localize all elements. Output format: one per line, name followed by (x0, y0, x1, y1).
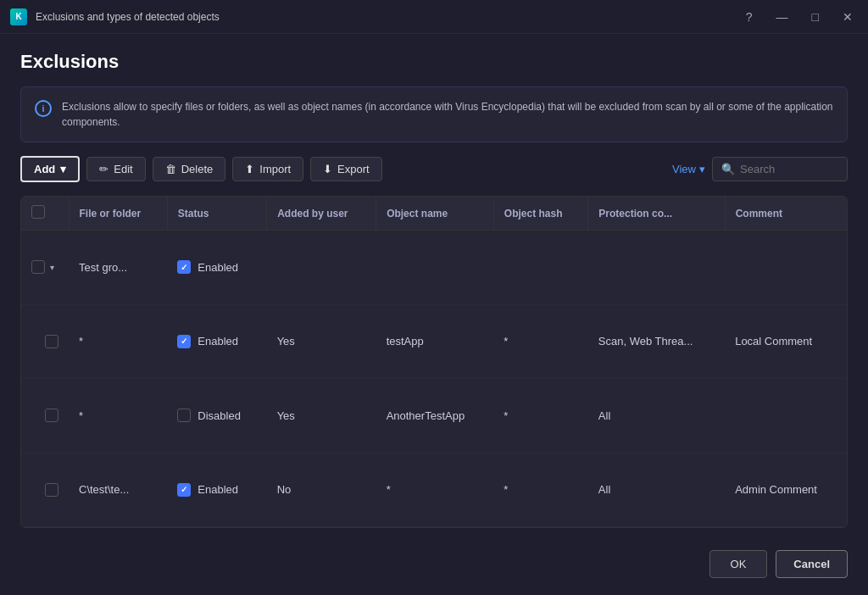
status-checkbox[interactable] (177, 335, 191, 348)
table-container: File or folder Status Added by user Obje… (20, 196, 848, 528)
col-protection-co[interactable]: Protection co... (588, 197, 725, 231)
search-input[interactable] (740, 163, 838, 175)
search-icon: 🔍 (721, 163, 735, 175)
cell-object-name: AnotherTestApp (376, 379, 494, 453)
cell-added-by-user (267, 231, 376, 305)
window-title: Exclusions and types of detected objects (36, 11, 220, 23)
cell-protection-co (588, 231, 725, 305)
dialog-footer: OK Cancel (20, 542, 848, 578)
cell-object-hash: * (493, 379, 588, 453)
table-row[interactable]: *EnabledYestestApp*Scan, Web Threa...Loc… (21, 304, 847, 379)
col-file-or-folder[interactable]: File or folder (69, 197, 167, 231)
search-box[interactable]: 🔍 (712, 157, 848, 181)
status-checkbox[interactable] (177, 483, 191, 497)
row-checkbox[interactable] (45, 409, 58, 422)
view-chevron-icon: ▾ (699, 163, 705, 175)
delete-icon: 🗑 (165, 163, 176, 175)
row-checkbox[interactable] (45, 483, 58, 497)
import-button[interactable]: ⬆ Import (232, 157, 303, 181)
header-checkbox[interactable] (31, 205, 45, 219)
cell-file-or-folder: * (69, 304, 167, 379)
row-checkbox-cell (21, 304, 69, 379)
cell-object-name: testApp (376, 304, 494, 379)
row-checkbox[interactable]: ▾ (31, 260, 58, 274)
window-controls: ? — □ ✕ (741, 7, 858, 27)
delete-button[interactable]: 🗑 Delete (153, 157, 226, 181)
add-button[interactable]: Add ▾ (20, 156, 80, 182)
table-header-row: File or folder Status Added by user Obje… (21, 197, 847, 231)
cell-added-by-user: No (267, 453, 376, 527)
cell-object-hash (493, 231, 588, 305)
status-checkbox[interactable] (177, 409, 191, 422)
row-checkbox-cell (21, 453, 69, 527)
checkbox[interactable] (45, 335, 58, 348)
close-button[interactable]: ✕ (837, 7, 858, 27)
checkbox[interactable] (45, 483, 58, 497)
cell-protection-co: Scan, Web Threa... (588, 304, 725, 379)
title-bar: K Exclusions and types of detected objec… (0, 0, 868, 34)
cell-status: Enabled (167, 304, 266, 379)
cell-protection-co: All (588, 379, 725, 453)
cell-comment: Admin Comment (725, 453, 847, 527)
status-label: Enabled (198, 483, 238, 496)
status-label: Enabled (198, 335, 238, 348)
cell-comment (725, 379, 847, 453)
app-logo: K (10, 8, 27, 25)
col-checkbox[interactable] (21, 197, 69, 231)
checkbox[interactable] (31, 260, 45, 274)
info-icon: i (35, 100, 52, 117)
col-object-name[interactable]: Object name (376, 197, 494, 231)
table-row[interactable]: ▾Test gro...Enabled (21, 231, 847, 305)
maximize-button[interactable]: □ (807, 7, 824, 27)
import-icon: ⬆ (245, 163, 254, 175)
cell-object-hash: * (493, 453, 588, 527)
cell-object-name: * (376, 453, 494, 527)
page-title: Exclusions (20, 51, 848, 73)
help-button[interactable]: ? (741, 7, 758, 27)
cell-status: Disabled (167, 379, 266, 453)
minimize-button[interactable]: — (771, 7, 793, 27)
table-row[interactable]: *DisabledYesAnotherTestApp*All (21, 379, 847, 453)
expand-icon[interactable]: ▾ (50, 263, 54, 272)
view-button[interactable]: View ▾ (672, 163, 705, 175)
cell-status: Enabled (167, 453, 266, 527)
info-box: i Exclusions allow to specify files or f… (20, 86, 848, 142)
cell-file-or-folder: Test gro... (69, 231, 167, 305)
col-added-by-user[interactable]: Added by user (267, 197, 376, 231)
edit-icon: ✏ (99, 163, 108, 175)
row-checkbox-cell: ▾ (21, 231, 69, 305)
row-checkbox[interactable] (45, 335, 58, 348)
col-comment[interactable]: Comment (725, 197, 847, 231)
info-text: Exclusions allow to specify files or fol… (62, 99, 833, 130)
status-label: Enabled (198, 261, 238, 274)
status-label: Disabled (198, 409, 241, 422)
cell-object-hash: * (493, 304, 588, 379)
cell-added-by-user: Yes (267, 304, 376, 379)
exclusions-table: File or folder Status Added by user Obje… (21, 197, 847, 527)
dialog: Exclusions i Exclusions allow to specify… (0, 34, 868, 595)
cell-object-name (376, 231, 494, 305)
table-row[interactable]: C\test\te...EnabledNo**AllAdmin Comment (21, 453, 847, 527)
export-icon: ⬇ (323, 163, 332, 175)
edit-button[interactable]: ✏ Edit (86, 157, 145, 181)
cancel-button[interactable]: Cancel (776, 550, 848, 578)
ok-button[interactable]: OK (709, 550, 768, 578)
col-object-hash[interactable]: Object hash (493, 197, 588, 231)
col-status[interactable]: Status (167, 197, 266, 231)
cell-file-or-folder: * (69, 379, 167, 453)
row-checkbox-cell (21, 379, 69, 453)
checkbox[interactable] (45, 409, 58, 422)
toolbar: Add ▾ ✏ Edit 🗑 Delete ⬆ Import ⬇ Export … (20, 156, 848, 182)
cell-file-or-folder: C\test\te... (69, 453, 167, 527)
status-checkbox[interactable] (177, 260, 191, 274)
cell-comment: Local Comment (725, 304, 847, 379)
cell-added-by-user: Yes (267, 379, 376, 453)
chevron-down-icon: ▾ (60, 163, 66, 175)
export-button[interactable]: ⬇ Export (310, 157, 382, 181)
cell-comment (725, 231, 847, 305)
cell-protection-co: All (588, 453, 725, 527)
cell-status: Enabled (167, 231, 266, 305)
